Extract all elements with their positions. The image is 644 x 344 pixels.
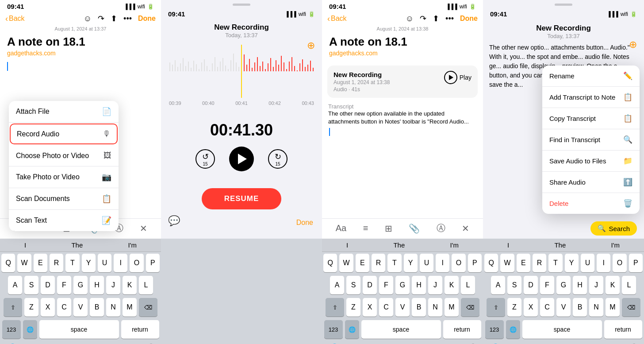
key-num-3[interactable]: 123 — [324, 320, 343, 339]
redo-icon-3[interactable]: ↷ — [420, 14, 426, 23]
key-delete-3[interactable]: ⌫ — [461, 298, 479, 317]
key-shift-3[interactable]: ⇧ — [326, 298, 344, 317]
attach-item-scan-text[interactable]: Scan Text 📝 — [9, 210, 119, 231]
key-shift-4[interactable]: ⇧ — [487, 298, 505, 317]
key-u[interactable]: U — [98, 254, 111, 272]
key-s-3[interactable]: S — [346, 276, 360, 294]
emoji-icon-1[interactable]: ☺ — [84, 14, 92, 23]
key-b-4[interactable]: B — [573, 298, 587, 317]
key-d-4[interactable]: D — [524, 276, 538, 294]
key-f[interactable]: F — [57, 276, 71, 294]
emoji-icon-3[interactable]: ☺ — [406, 14, 414, 23]
key-g-4[interactable]: G — [556, 276, 571, 294]
key-return-4[interactable]: return — [604, 320, 642, 339]
done-label-2[interactable]: Done — [296, 219, 313, 227]
key-n[interactable]: N — [106, 298, 120, 317]
font-icon-3[interactable]: Aa — [336, 223, 346, 233]
key-l-4[interactable]: L — [622, 276, 636, 294]
key-a[interactable]: A — [8, 276, 22, 294]
suggestion-the[interactable]: The — [71, 241, 83, 249]
key-c-4[interactable]: C — [540, 298, 554, 317]
key-f-4[interactable]: F — [540, 276, 554, 294]
key-b-3[interactable]: B — [412, 298, 426, 317]
suggestion-the-4[interactable]: The — [554, 241, 566, 249]
note-link-1[interactable]: gadgethacks.com — [0, 50, 161, 60]
key-emoji-3[interactable]: 🌐 — [345, 320, 359, 339]
key-j-3[interactable]: J — [428, 276, 442, 294]
key-p-4[interactable]: P — [629, 254, 643, 272]
suggestion-i-3[interactable]: I — [346, 241, 348, 249]
key-c[interactable]: C — [57, 298, 71, 317]
key-emoji[interactable]: 🌐 — [23, 320, 37, 339]
key-delete[interactable]: ⌫ — [139, 298, 157, 317]
key-emoji-4[interactable]: 🌐 — [506, 320, 520, 339]
key-f-3[interactable]: F — [379, 276, 393, 294]
key-y[interactable]: Y — [82, 254, 96, 272]
suggestion-the-3[interactable]: The — [393, 241, 405, 249]
play-small-button-3[interactable]: Play — [444, 71, 472, 84]
key-r-3[interactable]: R — [372, 254, 385, 272]
redo-icon-1[interactable]: ↷ — [98, 14, 104, 23]
key-z-3[interactable]: Z — [346, 298, 360, 317]
key-shift[interactable]: ⇧ — [4, 298, 22, 317]
key-y-3[interactable]: Y — [404, 254, 418, 272]
play-button[interactable] — [229, 147, 254, 171]
key-num-4[interactable]: 123 — [485, 320, 504, 339]
key-e-4[interactable]: E — [517, 254, 530, 272]
key-e[interactable]: E — [34, 254, 47, 272]
key-i[interactable]: I — [114, 254, 127, 272]
key-o[interactable]: O — [130, 254, 143, 272]
key-p[interactable]: P — [146, 254, 160, 272]
table-icon-3[interactable]: ⊞ — [385, 223, 392, 234]
key-z[interactable]: Z — [24, 298, 38, 317]
key-u-3[interactable]: U — [420, 254, 433, 272]
key-k[interactable]: K — [123, 276, 137, 294]
back-button-3[interactable]: ‹ Back — [327, 14, 347, 23]
key-n-4[interactable]: N — [589, 298, 603, 317]
key-b[interactable]: B — [90, 298, 104, 317]
share-icon-3[interactable]: ⬆ — [433, 14, 439, 23]
resume-button[interactable]: RESUME — [202, 188, 281, 209]
back-button-1[interactable]: ‹ Back — [5, 14, 25, 23]
ctx-delete[interactable]: Delete 🗑️ — [542, 193, 640, 214]
key-q-3[interactable]: Q — [323, 254, 337, 272]
search-button-4[interactable]: 🔍 Search — [590, 221, 637, 236]
key-space-4[interactable]: space — [522, 320, 602, 339]
key-h[interactable]: H — [90, 276, 104, 294]
attach-item-attach-file[interactable]: Attach File 📄 — [9, 101, 119, 123]
note-link-3[interactable]: gadgethacks.com — [322, 50, 483, 60]
key-j-4[interactable]: J — [589, 276, 603, 294]
key-g-3[interactable]: G — [395, 276, 410, 294]
key-h-4[interactable]: H — [573, 276, 587, 294]
close-icon-3[interactable]: ✕ — [462, 223, 469, 234]
p4-options-icon[interactable]: ⊕ — [629, 39, 637, 50]
skip-forward-button[interactable]: ↻ 15 — [268, 149, 288, 169]
key-v-4[interactable]: V — [556, 298, 571, 317]
key-l[interactable]: L — [139, 276, 153, 294]
list-icon-3[interactable]: ≡ — [363, 223, 368, 233]
skip-back-button[interactable]: ↺ 15 — [196, 149, 215, 169]
key-d-3[interactable]: D — [363, 276, 377, 294]
ctx-rename[interactable]: Rename ✏️ — [542, 66, 640, 87]
share-icon-1[interactable]: ⬆ — [111, 14, 117, 23]
key-x-4[interactable]: X — [524, 298, 538, 317]
key-q-4[interactable]: Q — [484, 254, 498, 272]
key-a-4[interactable]: A — [491, 276, 505, 294]
key-y-4[interactable]: Y — [565, 254, 579, 272]
key-k-4[interactable]: K — [606, 276, 620, 294]
markup-icon-3[interactable]: Ⓐ — [437, 222, 445, 234]
key-t-3[interactable]: T — [387, 254, 401, 272]
key-q[interactable]: Q — [1, 254, 15, 272]
ctx-find-transcript[interactable]: Find in Transcript 🔍 — [542, 129, 640, 151]
key-n-3[interactable]: N — [428, 298, 442, 317]
ctx-copy-transcript[interactable]: Copy Transcript 📋 — [542, 108, 640, 129]
key-r[interactable]: R — [50, 254, 63, 272]
key-h-3[interactable]: H — [412, 276, 426, 294]
key-space[interactable]: space — [39, 320, 119, 339]
key-u-4[interactable]: U — [581, 254, 594, 272]
ctx-add-transcript[interactable]: Add Transcript to Note 📋 — [542, 87, 640, 108]
key-g[interactable]: G — [73, 276, 88, 294]
suggestion-im-3[interactable]: I'm — [450, 241, 459, 249]
key-d[interactable]: D — [41, 276, 55, 294]
key-m-3[interactable]: M — [445, 298, 459, 317]
